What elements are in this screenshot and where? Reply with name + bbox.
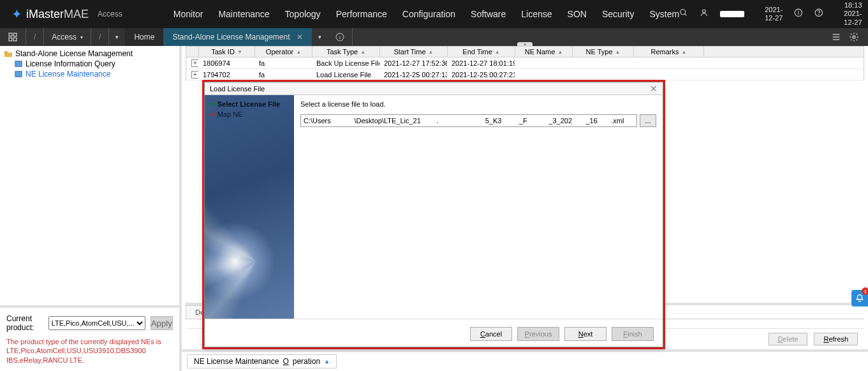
svg-point-17	[853, 36, 855, 38]
apply-button[interactable]: Apply	[151, 316, 173, 330]
primary-nav: Monitor Maintenance Topology Performance…	[173, 9, 679, 19]
brand-text: iMasterMAE	[26, 8, 89, 21]
svg-line-1	[685, 14, 687, 16]
dialog-title: Load License File	[210, 85, 265, 93]
apps-icon[interactable]	[0, 28, 26, 46]
next-button[interactable]: Next	[564, 327, 607, 341]
nav-maintenance[interactable]: Maintenance	[218, 9, 269, 19]
tab-back[interactable]: ▾	[109, 28, 125, 46]
svg-rect-18	[15, 61, 22, 67]
nav-security[interactable]: Security	[602, 9, 635, 19]
fab-badge: 1	[862, 287, 868, 295]
svg-rect-9	[13, 33, 17, 36]
col-taskid[interactable]: Task ID▼	[199, 47, 255, 57]
file-path-input[interactable]	[300, 114, 637, 127]
nav-son[interactable]: SON	[568, 9, 587, 19]
svg-point-7	[819, 15, 820, 15]
operation-menu[interactable]: NE License Maintenance Operation ▲	[187, 354, 337, 368]
svg-rect-19	[15, 72, 22, 77]
brand-section: Access	[98, 10, 122, 19]
cancel-button[interactable]: Cancel	[470, 327, 512, 341]
col-netype[interactable]: NE Type▲	[573, 47, 634, 57]
brand-icon: ✦	[11, 6, 22, 22]
nav-topology[interactable]: Topology	[285, 9, 321, 19]
tab-segment-access[interactable]: Access ▾	[44, 28, 91, 46]
expand-icon[interactable]: +	[191, 71, 199, 79]
top-header: ✦ iMasterMAE Access Monitor Maintenance …	[0, 0, 868, 28]
col-start[interactable]: Start Time▲	[380, 47, 448, 57]
product-select[interactable]: LTE,Pico,AtomCell,USU,...	[48, 316, 145, 330]
svg-point-0	[680, 10, 686, 15]
table-row[interactable]: + 1806974 fa Back Up License File 2021-1…	[186, 57, 864, 69]
nav-performance[interactable]: Performance	[336, 9, 387, 19]
nav-configuration[interactable]: Configuration	[402, 9, 455, 19]
tree-item-info-query[interactable]: License Information Query	[4, 59, 175, 69]
nav-monitor[interactable]: Monitor	[173, 9, 203, 19]
wizard-prompt: Select a license file to load.	[300, 100, 656, 109]
gear-icon[interactable]	[849, 32, 859, 42]
tab-info-icon[interactable]	[328, 28, 353, 46]
refresh-button[interactable]: Refresh	[814, 333, 858, 345]
tab-overflow[interactable]: ▾	[312, 28, 328, 46]
tab-home[interactable]: Home	[125, 28, 163, 46]
user-icon[interactable]	[700, 8, 709, 20]
close-tab-icon[interactable]: ✕	[297, 33, 303, 42]
col-operator[interactable]: Operator▲	[255, 47, 313, 57]
filter-panel: Current product: LTE,Pico,AtomCell,USU,.…	[0, 305, 179, 371]
clock: 18:13 2021-12-27	[835, 1, 862, 27]
username	[720, 11, 744, 17]
nav-license[interactable]: License	[521, 9, 552, 19]
table-header: Task ID▼ Operator▲ Task Type▲ Start Time…	[186, 46, 864, 57]
help-icon[interactable]	[814, 8, 823, 20]
info-icon[interactable]	[794, 8, 803, 20]
sidebar: Stand-Alone License Management License I…	[0, 46, 182, 371]
svg-point-5	[798, 11, 799, 11]
finish-button[interactable]: Finish	[612, 327, 654, 341]
nav-software[interactable]: Software	[471, 9, 506, 19]
load-license-dialog: Load License File ✕ >>Select License Fil…	[204, 82, 663, 347]
col-nename[interactable]: NE Name▲	[515, 47, 573, 57]
svg-point-2	[702, 10, 705, 13]
svg-rect-10	[9, 38, 12, 41]
svg-rect-8	[9, 33, 12, 36]
previous-button[interactable]: Previous	[517, 327, 559, 341]
wizard-step-select-file[interactable]: >>Select License File	[210, 99, 289, 109]
wizard-main: Select a license file to load. …	[294, 95, 663, 319]
table-row[interactable]: + 1794702 fa Load License File 2021-12-2…	[186, 69, 864, 80]
dialog-footer: Cancel Previous Next Finish	[205, 319, 663, 348]
delete-button[interactable]: Delete	[769, 333, 808, 345]
col-tasktype[interactable]: Task Type▲	[313, 47, 380, 57]
user-date: 2021-12-27	[756, 6, 783, 22]
tab-license-mgmt[interactable]: Stand-Alone License Management ✕	[163, 28, 311, 46]
tree-root[interactable]: Stand-Alone License Management	[4, 49, 175, 59]
nav-system[interactable]: System	[650, 9, 680, 19]
col-end[interactable]: End Time▲	[448, 47, 515, 57]
tree-item-ne-maint[interactable]: NE License Maintenance	[4, 69, 175, 79]
header-right: 2021-12-27 18:13 2021-12-27	[679, 1, 862, 27]
col-remarks[interactable]: Remarks▲	[634, 47, 704, 57]
notification-fab[interactable]: 1	[851, 290, 868, 307]
dialog-titlebar[interactable]: Load License File ✕	[205, 82, 663, 95]
expand-icon[interactable]: +	[191, 59, 199, 67]
search-icon[interactable]	[679, 8, 688, 20]
filter-note: The product type of the currently displa…	[6, 337, 173, 365]
svg-rect-11	[13, 38, 17, 41]
browse-button[interactable]: …	[640, 114, 656, 127]
splitter-handle[interactable]: ▴	[517, 42, 533, 46]
close-icon[interactable]: ✕	[650, 84, 658, 94]
tabbar: / Access ▾ / ▾ Home Stand-Alone License …	[0, 28, 868, 46]
list-icon[interactable]	[831, 32, 841, 42]
wizard-sidebar: >>Select License File >>Map NE	[205, 95, 294, 319]
filter-label: Current product:	[6, 314, 43, 332]
nav-tree: Stand-Alone License Management License I…	[0, 46, 179, 305]
operation-bar: NE License Maintenance Operation ▲	[182, 349, 868, 371]
brand: ✦ iMasterMAE	[11, 6, 89, 22]
wizard-step-map-ne[interactable]: >>Map NE	[210, 109, 289, 119]
